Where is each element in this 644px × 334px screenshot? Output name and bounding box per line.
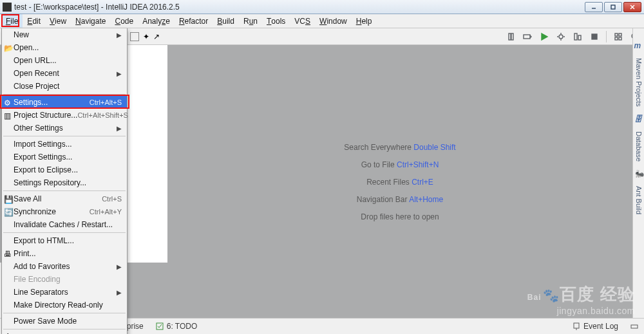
menu-file[interactable]: File <box>1 14 23 28</box>
svg-rect-13 <box>574 33 577 40</box>
menu-item-close-project[interactable]: Close Project <box>2 80 127 93</box>
maximize-button[interactable] <box>604 2 622 12</box>
menu-analyze[interactable]: Analyze <box>138 14 175 28</box>
nav-square-icon[interactable] <box>130 32 139 41</box>
disk-icon: 💾 <box>4 195 12 203</box>
menu-code[interactable]: Code <box>110 14 138 28</box>
stop-button[interactable] <box>589 32 600 42</box>
menu-item-print[interactable]: 🖶Print... <box>2 247 127 260</box>
welcome-hints: Search Everywhere Double ShiftGo to File… <box>167 45 632 318</box>
run-button[interactable] <box>539 32 549 42</box>
menu-item-open-url[interactable]: Open URL... <box>2 54 127 67</box>
window-titlebar: test - [E:\workspace\test] - IntelliJ ID… <box>0 0 644 14</box>
sync-icon: 🔄 <box>4 208 12 216</box>
menu-vcs[interactable]: VCS <box>290 14 315 28</box>
submenu-arrow-icon: ▶ <box>117 32 122 39</box>
menu-separator <box>3 190 126 191</box>
print-icon: 🖶 <box>4 250 12 257</box>
svg-point-8 <box>559 35 563 39</box>
menu-navigate[interactable]: Navigate <box>71 14 110 28</box>
tool-icon: 🐜 <box>634 169 643 178</box>
menu-item-settings-repo[interactable]: Settings Repository... <box>2 176 127 189</box>
menu-item-export-settings[interactable]: Export Settings... <box>2 151 127 163</box>
chevron-right-icon: ↗ <box>153 32 160 41</box>
svg-rect-30 <box>631 325 638 328</box>
menu-item-add-fav[interactable]: Add to Favorites▶ <box>2 260 127 273</box>
svg-rect-6 <box>524 35 530 39</box>
submenu-arrow-icon: ▶ <box>117 125 122 132</box>
menu-item-invalidate[interactable]: Invalidate Caches / Restart... <box>2 218 127 231</box>
right-tool-tab-ant-build[interactable]: Ant Build <box>634 183 643 217</box>
right-tool-window-bar: mMaven Projects🗄Database🐜Ant Build <box>632 28 644 318</box>
menu-item-project-structure[interactable]: ▥Project Structure...Ctrl+Alt+Shift+S <box>2 109 127 122</box>
menu-item-open[interactable]: 📂Open... <box>2 41 127 54</box>
welcome-hint: Go to File Ctrl+Shift+N <box>361 160 439 169</box>
svg-rect-4 <box>509 33 511 40</box>
svg-rect-1 <box>611 5 615 9</box>
menu-item-import-settings[interactable]: Import Settings... <box>2 138 127 151</box>
welcome-hint: Navigation Bar Alt+Home <box>357 194 443 204</box>
menu-item-export-html[interactable]: Export to HTML... <box>2 234 127 247</box>
svg-rect-18 <box>615 37 618 40</box>
menu-item-synchronize[interactable]: 🔄SynchronizeCtrl+Alt+Y <box>2 205 127 218</box>
menu-refactor[interactable]: Refactor <box>175 14 213 28</box>
coverage-button[interactable] <box>573 32 583 42</box>
menu-separator <box>3 232 126 233</box>
gear-icon: ⚙ <box>4 98 12 106</box>
menu-build[interactable]: Build <box>213 14 239 28</box>
intellij-icon <box>3 3 12 12</box>
svg-rect-19 <box>619 37 621 40</box>
menu-item-line-sep[interactable]: Line Separators▶ <box>2 286 127 299</box>
minimize-button[interactable] <box>585 2 603 12</box>
menu-item-power-save[interactable]: Power Save Mode <box>2 315 127 328</box>
folder-icon: 📂 <box>4 44 12 51</box>
menu-view[interactable]: View <box>45 14 71 28</box>
right-tool-tab-maven-projects[interactable]: Maven Projects <box>634 55 643 109</box>
menu-item-open-recent[interactable]: Open Recent▶ <box>2 67 127 80</box>
svg-rect-15 <box>592 34 597 39</box>
menu-help[interactable]: Help <box>352 14 377 28</box>
navigation-toolbar: ✦ ↗ <box>128 28 162 45</box>
structure-icon: ▥ <box>4 111 12 119</box>
menu-separator <box>3 136 126 136</box>
menu-item-other-settings[interactable]: Other Settings▶ <box>2 122 127 135</box>
window-title: test - [E:\workspace\test] - IntelliJ ID… <box>14 3 585 12</box>
menu-edit[interactable]: Edit <box>23 14 45 28</box>
submenu-arrow-icon: ▶ <box>117 70 122 77</box>
menubar: FileEditViewNavigateCodeAnalyzeRefactorB… <box>0 14 644 28</box>
menu-window[interactable]: Window <box>315 14 352 28</box>
close-button[interactable] <box>623 2 641 12</box>
svg-rect-5 <box>511 33 513 40</box>
welcome-hint: Recent Files Ctrl+E <box>366 177 433 187</box>
menu-item-save-all[interactable]: 💾Save AllCtrl+S <box>2 192 127 205</box>
menu-item-exit[interactable]: ⏻Exit <box>2 331 127 334</box>
tool-icon: m <box>634 41 643 50</box>
svg-rect-14 <box>578 35 581 40</box>
right-tool-tab-database[interactable]: Database <box>634 129 643 164</box>
menu-separator <box>3 329 126 329</box>
file-menu-dropdown: New▶📂Open...Open URL...Open Recent▶Close… <box>1 28 128 334</box>
run-config-dropdown[interactable] <box>522 32 533 42</box>
menu-item-settings[interactable]: ⚙Settings...Ctrl+Alt+S <box>2 96 127 109</box>
welcome-hint: Drop files here to open <box>361 212 439 221</box>
compile-button[interactable] <box>506 32 516 42</box>
tool-icon: 🗄 <box>634 115 643 124</box>
menu-item-export-eclipse[interactable]: Export to Eclipse... <box>2 163 127 176</box>
submenu-arrow-icon: ▶ <box>117 263 122 270</box>
svg-rect-28 <box>574 323 579 328</box>
debug-button[interactable] <box>556 32 566 42</box>
menu-run[interactable]: Run <box>239 14 262 28</box>
submenu-arrow-icon: ▶ <box>117 289 122 296</box>
chevron-right-icon: ✦ <box>143 32 149 41</box>
menu-separator <box>3 313 126 313</box>
svg-rect-17 <box>619 33 621 36</box>
menu-item-new[interactable]: New▶ <box>2 28 127 41</box>
event-log-button[interactable]: Event Log <box>572 322 618 331</box>
project-structure-button[interactable] <box>613 32 623 42</box>
todo-tool-button[interactable]: 6: TODO <box>155 322 198 331</box>
menu-item-file-encoding: File Encoding <box>2 273 127 286</box>
welcome-hint: Search Everywhere Double Shift <box>344 142 455 152</box>
memory-indicator[interactable] <box>630 322 639 331</box>
menu-tools[interactable]: Tools <box>262 14 290 28</box>
menu-item-readonly[interactable]: Make Directory Read-only <box>2 299 127 311</box>
